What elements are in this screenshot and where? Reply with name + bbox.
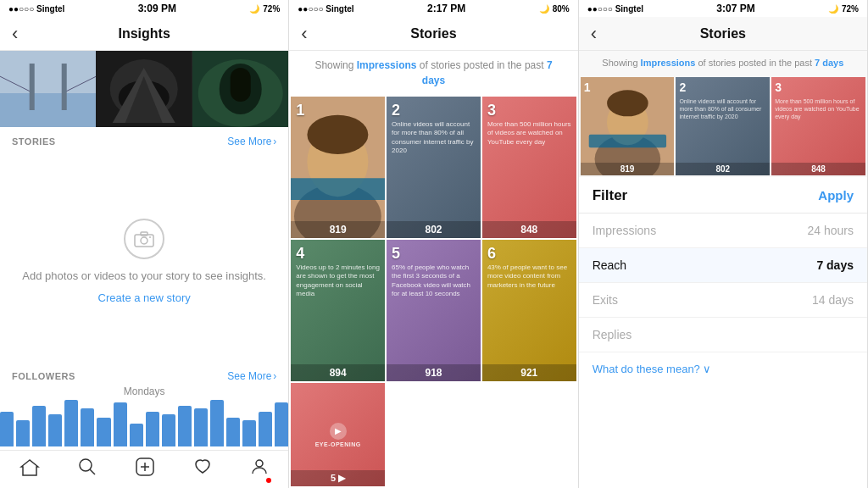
chart-bar bbox=[210, 400, 224, 446]
stories-subtitle-2: Showing Impressions of stories posted in… bbox=[289, 51, 577, 95]
mini-count-1: 819 bbox=[581, 163, 675, 175]
time-1: 3:09 PM bbox=[138, 3, 176, 14]
svg-point-18 bbox=[149, 236, 151, 238]
photo-1[interactable] bbox=[0, 51, 96, 127]
stories-see-more[interactable]: See More › bbox=[227, 136, 276, 147]
status-icons-3: 🌙 72% bbox=[828, 4, 859, 14]
svg-rect-1 bbox=[0, 93, 96, 127]
panel-filter: ●●○○○ Singtel 3:07 PM 🌙 72% ‹ Stories Sh… bbox=[579, 0, 868, 488]
tab-heart[interactable] bbox=[193, 458, 212, 481]
nav-header-1: ‹ Insights bbox=[0, 17, 288, 51]
chart-bar bbox=[97, 418, 110, 446]
svg-point-34 bbox=[607, 90, 648, 116]
svg-rect-35 bbox=[588, 134, 665, 147]
photo-3[interactable] bbox=[192, 51, 288, 127]
chart-bar bbox=[16, 420, 30, 446]
filter-apply-button[interactable]: Apply bbox=[818, 188, 854, 202]
filter-header: Filter Apply bbox=[579, 177, 867, 214]
filter-label-impressions: Impressions bbox=[593, 224, 656, 237]
camera-icon bbox=[124, 219, 164, 259]
story-card-3[interactable]: 3 More than 500 million hours of videos … bbox=[482, 97, 576, 238]
mini-story-grid: 1 819 2 Online videos will account for m… bbox=[579, 75, 867, 177]
svg-rect-30 bbox=[291, 178, 385, 200]
status-bar-3: ●●○○○ Singtel 3:07 PM 🌙 72% bbox=[579, 0, 867, 17]
card-num-2: 2 bbox=[392, 102, 400, 119]
filter-row-exits[interactable]: Exits 14 days bbox=[579, 283, 867, 318]
mini-num-1: 1 bbox=[584, 80, 591, 94]
card-num-5: 5 bbox=[392, 245, 400, 263]
chart-bar bbox=[194, 408, 208, 446]
filter-row-reach[interactable]: Reach 7 days bbox=[579, 248, 867, 283]
svg-point-16 bbox=[141, 237, 147, 244]
stories-section-header: STORIES See More › bbox=[0, 127, 288, 152]
play-icon-7: ▶ bbox=[330, 423, 347, 440]
filter-label-reach: Reach bbox=[593, 258, 626, 272]
story-card-5[interactable]: 5 65% of people who watch the first 3 se… bbox=[387, 240, 481, 381]
days-highlight-3: 7 days bbox=[815, 58, 843, 68]
battery-3: 72% bbox=[842, 4, 859, 14]
chart-bar bbox=[64, 400, 78, 446]
filter-row-replies[interactable]: Replies bbox=[579, 318, 867, 352]
filter-row-impressions[interactable]: Impressions 24 hours bbox=[579, 214, 867, 248]
mini-text-3: More than 500 million hours of videos ar… bbox=[775, 97, 862, 120]
card-text-4: Videos up to 2 minutes long are shown to… bbox=[296, 263, 380, 299]
chart-bar bbox=[0, 412, 14, 446]
chart-bar bbox=[259, 412, 272, 446]
svg-point-25 bbox=[256, 460, 263, 467]
card-count-7: 5 ▶ bbox=[291, 470, 385, 486]
filter-label-replies: Replies bbox=[593, 328, 632, 341]
story-card-4[interactable]: 4 Videos up to 2 minutes long are shown … bbox=[291, 240, 385, 381]
page-title-2: Stories bbox=[410, 26, 456, 42]
person-face-1 bbox=[291, 97, 385, 238]
nav-header-3: ‹ Stories bbox=[579, 17, 867, 51]
status-bar-1: ●●○○○ Singtel 3:09 PM 🌙 72% bbox=[0, 0, 288, 17]
card-text-2: Online videos will account for more than… bbox=[392, 120, 476, 156]
card-text-3: More than 500 million hours of videos ar… bbox=[487, 120, 571, 147]
tab-profile[interactable] bbox=[250, 458, 269, 481]
mini-count-3: 848 bbox=[771, 163, 865, 175]
mini-count-2: 802 bbox=[676, 163, 770, 175]
card-text-6: 43% of people want to see more video con… bbox=[487, 263, 571, 290]
tab-search[interactable] bbox=[78, 458, 97, 481]
filter-value-impressions: 24 hours bbox=[808, 224, 854, 237]
filter-value-exits: 14 days bbox=[812, 293, 854, 307]
impressions-highlight-3: Impressions bbox=[641, 58, 696, 68]
moon-icon-2: 🌙 bbox=[539, 4, 549, 14]
card-count-5: 918 bbox=[387, 364, 481, 381]
create-story-link[interactable]: Create a new story bbox=[98, 291, 191, 304]
mini-num-3: 3 bbox=[775, 80, 782, 94]
back-button-3[interactable]: ‹ bbox=[591, 25, 597, 43]
svg-rect-17 bbox=[141, 232, 147, 236]
panel-stories: ●●○○○ Singtel 2:17 PM 🌙 80% ‹ Stories Sh… bbox=[289, 0, 578, 488]
carrier-1: ●●○○○ Singtel bbox=[8, 4, 64, 14]
carrier-3: ●●○○○ Singtel bbox=[587, 4, 643, 14]
mini-num-2: 2 bbox=[679, 80, 686, 94]
card-num-4: 4 bbox=[296, 245, 304, 263]
story-card-1[interactable]: 1 819 bbox=[291, 97, 385, 238]
mini-card-3[interactable]: 3 More than 500 million hours of videos … bbox=[771, 77, 865, 175]
tab-home[interactable] bbox=[19, 458, 40, 481]
nav-header-2: ‹ Stories bbox=[289, 17, 577, 51]
story-card-7[interactable]: ▶ EYE-OPENING 5 ▶ bbox=[291, 383, 385, 486]
what-link[interactable]: What do these mean? ∨ bbox=[579, 352, 867, 385]
story-card-6[interactable]: 6 43% of people want to see more video c… bbox=[482, 240, 576, 381]
card-count-2: 802 bbox=[387, 221, 481, 238]
status-bar-2: ●●○○○ Singtel 2:17 PM 🌙 80% bbox=[289, 0, 577, 17]
card-num-3: 3 bbox=[487, 102, 496, 119]
tab-add[interactable] bbox=[136, 458, 154, 481]
card-count-4: 894 bbox=[291, 364, 385, 381]
back-button-1[interactable]: ‹ bbox=[12, 25, 18, 43]
chart-bar bbox=[275, 402, 288, 446]
tab-bar bbox=[0, 450, 288, 488]
followers-see-more[interactable]: See More › bbox=[227, 370, 276, 382]
chart-day-label: Mondays bbox=[0, 382, 288, 399]
battery-1: 72% bbox=[263, 4, 280, 14]
story-card-2[interactable]: 2 Online videos will account for more th… bbox=[387, 97, 481, 238]
photo-2[interactable] bbox=[96, 51, 192, 127]
mini-card-1[interactable]: 1 819 bbox=[581, 77, 675, 175]
moon-icon-3: 🌙 bbox=[828, 4, 838, 14]
battery-2: 80% bbox=[553, 4, 570, 14]
filter-label-exits: Exits bbox=[593, 293, 618, 307]
back-button-2[interactable]: ‹ bbox=[301, 25, 307, 43]
mini-card-2[interactable]: 2 Online videos will account for more th… bbox=[676, 77, 770, 175]
